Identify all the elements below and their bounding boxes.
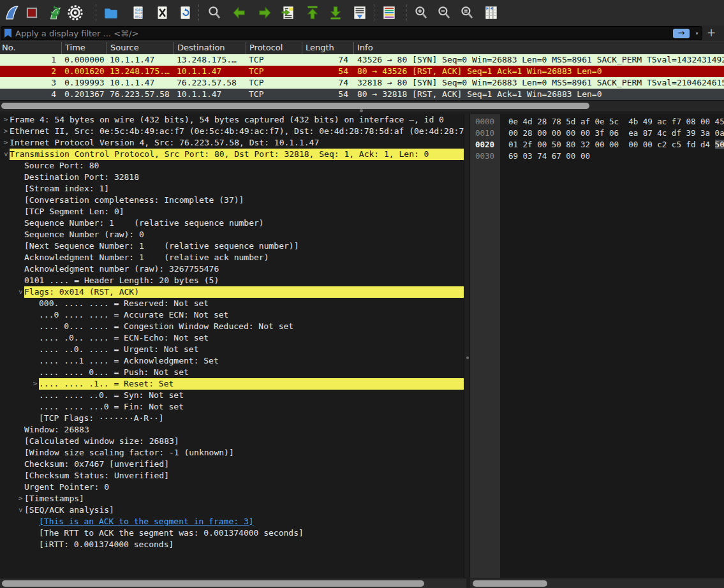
zoom-out-icon[interactable] [435, 4, 453, 22]
detail-row[interactable]: [iRTT: 0.001374000 seconds] [0, 539, 464, 550]
hex-row[interactable]: 00000e 4d 28 78 5d af 0e 5c 4b 49 ac f7 … [470, 116, 724, 128]
detail-row[interactable]: >Transmission Control Protocol, Src Port… [0, 149, 464, 160]
detail-row[interactable]: Window: 26883 [0, 424, 464, 436]
column-header-time[interactable]: Time [61, 42, 107, 54]
detail-row[interactable]: .... .... ..0. = Syn: Not set [0, 390, 464, 401]
go-back-icon[interactable] [231, 4, 249, 22]
hex-row[interactable]: 003069 03 74 67 00 00 [470, 151, 724, 162]
close-capture-icon[interactable] [153, 4, 171, 22]
go-to-packet-icon[interactable] [279, 4, 297, 22]
hex-row[interactable]: 001000 28 00 00 00 00 3f 06 ea 87 4c df … [470, 128, 724, 139]
restart-capture-icon[interactable] [45, 4, 63, 22]
detail-text: Transmission Control Protocol, Src Port:… [10, 149, 464, 160]
column-header-source[interactable]: Source [107, 42, 174, 54]
detail-row[interactable]: >.... .... .1.. = Reset: Set [0, 378, 464, 390]
detail-row[interactable]: >Frame 4: 54 bytes on wire (432 bits), 5… [0, 114, 464, 126]
detail-row[interactable]: [Checksum Status: Unverified] [0, 470, 464, 481]
detail-text: Window: 26883 [24, 424, 464, 436]
go-first-packet-icon[interactable] [304, 4, 321, 22]
apply-filter-button[interactable]: → [673, 29, 690, 38]
filter-dropdown-caret[interactable]: ▾ [692, 29, 702, 38]
expander-open-icon[interactable]: > [0, 151, 11, 158]
detail-row[interactable]: .... .... ...0 = Fin: Not set [0, 401, 464, 413]
detail-row[interactable]: [TCP Flags: ·······A·R··] [0, 413, 464, 424]
detail-row[interactable]: Urgent Pointer: 0 [0, 481, 464, 493]
detail-row[interactable]: .... ..0. .... = Urgent: Not set [0, 344, 464, 355]
detail-row[interactable]: >[Timestamps] [0, 493, 464, 504]
detail-row[interactable]: Sequence Number: 1 (relative sequence nu… [0, 217, 464, 229]
expander-closed-icon[interactable]: > [17, 493, 24, 504]
pane-divider[interactable] [464, 114, 470, 578]
detail-row[interactable]: Destination Port: 32818 [0, 172, 464, 183]
zoom-original-icon[interactable] [458, 4, 476, 22]
detail-row[interactable]: Source Port: 80 [0, 160, 464, 172]
expander-open-icon[interactable]: > [15, 288, 26, 296]
detail-text: Source Port: 80 [24, 160, 464, 172]
detail-row[interactable]: Sequence Number (raw): 0 [0, 229, 464, 240]
go-last-packet-icon[interactable] [327, 4, 344, 22]
resize-columns-icon[interactable] [482, 4, 500, 22]
detail-row[interactable]: [Stream index: 1] [0, 183, 464, 195]
pane-divider-handle[interactable] [466, 356, 469, 359]
details-hscroll-thumb[interactable] [2, 580, 424, 587]
packet-row[interactable]: 40.20136776.223.57.5810.1.1.47TCP5480 → … [0, 89, 724, 100]
detail-row[interactable]: >Ethernet II, Src: 0e:5c:4b:49:ac:f7 (0e… [0, 126, 464, 137]
reload-capture-icon[interactable] [176, 4, 194, 22]
detail-text: [Window size scaling factor: -1 (unknown… [24, 447, 464, 459]
expander-closed-icon[interactable]: > [2, 126, 10, 137]
bytes-hscroll-thumb[interactable] [473, 580, 547, 587]
column-header-info[interactable]: Info [353, 42, 724, 54]
find-packet-icon[interactable] [205, 4, 223, 22]
display-filter-field[interactable] [15, 27, 666, 40]
bookmark-icon[interactable] [3, 28, 13, 38]
colorize-packets-icon[interactable] [380, 4, 398, 22]
open-capture-icon[interactable] [102, 4, 120, 22]
auto-scroll-icon[interactable] [351, 4, 369, 22]
detail-row[interactable]: .... ...1 .... = Acknowledgment: Set [0, 355, 464, 367]
detail-row[interactable]: [The RTT to ACK the segment was: 0.00137… [0, 527, 464, 539]
zoom-in-icon[interactable] [412, 4, 430, 22]
detail-row[interactable]: [Next Sequence Number: 1 (relative seque… [0, 240, 464, 252]
detail-row[interactable]: .... .0.. .... = ECN-Echo: Not set [0, 332, 464, 344]
detail-row[interactable]: .... .... 0... = Push: Not set [0, 367, 464, 378]
detail-row[interactable]: >Internet Protocol Version 4, Src: 76.22… [0, 137, 464, 149]
expander-closed-icon[interactable]: > [2, 137, 10, 149]
column-header-protocol[interactable]: Protocol [246, 42, 302, 54]
toolbar-separator [198, 4, 199, 21]
expander-spacer [17, 183, 24, 195]
detail-row[interactable]: [Conversation completeness: Incomplete (… [0, 195, 464, 206]
start-capture-icon[interactable] [3, 4, 20, 22]
packet-list-hscroll-thumb[interactable] [1, 103, 589, 109]
column-header-length[interactable]: Length [302, 42, 353, 54]
column-header-no[interactable]: No. [0, 42, 61, 54]
save-capture-icon[interactable]: 010101100011 [129, 4, 147, 22]
detail-row[interactable]: Acknowledgment number (raw): 3267755476 [0, 263, 464, 275]
expander-open-icon[interactable]: > [15, 506, 26, 514]
column-header-destination[interactable]: Destination [174, 42, 246, 54]
packet-cell-dst: 10.1.1.47 [174, 89, 246, 100]
detail-row[interactable]: Checksum: 0x7467 [unverified] [0, 459, 464, 470]
expander-closed-icon[interactable]: > [2, 114, 10, 126]
pane-splitter-handle[interactable] [360, 109, 363, 112]
stop-capture-icon[interactable] [23, 4, 41, 22]
display-filter-input-box[interactable]: → ▾ [1, 26, 702, 40]
expander-closed-icon[interactable]: > [31, 378, 39, 390]
packet-row[interactable]: 30.19999310.1.1.4776.223.57.58TCP7432818… [0, 77, 724, 89]
packet-row[interactable]: 10.00000010.1.1.4713.248.175.…TCP7443526… [0, 54, 724, 66]
detail-row[interactable]: [TCP Segment Len: 0] [0, 206, 464, 217]
capture-options-icon[interactable] [66, 4, 84, 22]
detail-row[interactable]: [Window size scaling factor: -1 (unknown… [0, 447, 464, 459]
detail-row[interactable]: 000. .... .... = Reserved: Not set [0, 298, 464, 309]
detail-row[interactable]: .... 0... .... = Congestion Window Reduc… [0, 321, 464, 332]
detail-row[interactable]: Acknowledgment Number: 1 (relative ack n… [0, 252, 464, 263]
detail-row[interactable]: [This is an ACK to the segment in frame:… [0, 516, 464, 527]
hex-row[interactable]: 002001 2f 00 50 80 32 00 00 00 00 c2 c5 … [470, 139, 724, 151]
detail-row[interactable]: [Calculated window size: 26883] [0, 436, 464, 447]
add-filter-button[interactable]: + [706, 26, 717, 40]
detail-row[interactable]: 0101 .... = Header Length: 20 bytes (5) [0, 275, 464, 286]
detail-row[interactable]: >[SEQ/ACK analysis] [0, 504, 464, 516]
packet-row[interactable]: 20.00162013.248.175.…10.1.1.47TCP5480 → … [0, 66, 724, 77]
go-forward-icon[interactable] [255, 4, 273, 22]
detail-row[interactable]: ...0 .... .... = Accurate ECN: Not set [0, 309, 464, 321]
detail-row[interactable]: >Flags: 0x014 (RST, ACK) [0, 286, 464, 298]
